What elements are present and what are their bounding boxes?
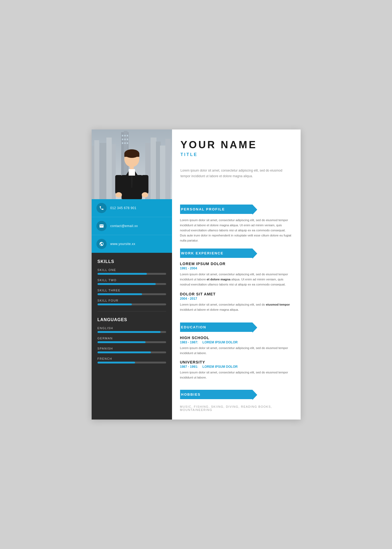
personal-profile-section: PERSONAL PROFILE Lorem ipsum dolor sit a… [180,199,293,243]
work-experience-section: WORK EXPERIENCE LOREM IPSUM DOLOR 1991 -… [180,243,293,312]
work-experience-header: WORK EXPERIENCE [180,248,252,258]
svg-rect-35 [129,169,135,176]
svg-rect-10 [165,139,171,199]
personal-profile-header: PERSONAL PROFILE [180,205,252,214]
education-label: EDUCATION [181,325,206,329]
globe-icon-wrap [96,239,107,249]
job-desc-1: Lorem ipsum dolor sit amet, consectetur … [180,272,293,287]
svg-point-33 [115,192,122,198]
hobbies-label: HOBBIES [181,392,201,396]
language-label: ENGLISH [98,327,166,330]
hobbies-text: MUSIC, FISHING, SKIING, DIVING, READING … [180,405,293,411]
svg-rect-24 [124,154,139,157]
edu-place-2: LOREM IPSUM DOLOR [203,365,238,369]
language-item: SPANISH [98,347,166,353]
contact-phone: 012 345 678 901 [92,199,172,217]
education-header: EDUCATION [180,322,252,332]
skill-bar-fill [98,293,142,295]
skills-title: SKILLS [98,259,166,264]
edu-entry-1: HIGH SCHOOL 1983 - 1987: LOREM IPSUM DOL… [180,336,293,356]
job-entry-1: LOREM IPSUM DOLOR 1991 - 2004 Lorem ipsu… [180,262,293,287]
svg-rect-17 [124,139,126,140]
phone-number: 012 345 678 901 [110,206,137,210]
name-panel: YOUR NAME TITLE Lorem ipsum dolor sit am… [172,129,301,199]
language-bar-bg [98,331,166,333]
skill-label: SKILL TWO [98,279,166,282]
svg-rect-2 [94,140,99,199]
education-section: EDUCATION HIGH SCHOOL 1983 - 1987: LOREM… [180,317,293,380]
svg-rect-3 [100,143,106,199]
hobbies-section: HOBBIES MUSIC, FISHING, SKIING, DIVING, … [180,384,293,411]
skills-list: SKILL ONE SKILL TWO SKILL THREE SKILL FO… [98,268,166,305]
svg-rect-16 [122,139,123,140]
svg-point-34 [142,192,148,198]
contact-email: contact@email.xx [92,217,172,235]
svg-rect-7 [151,138,156,199]
svg-rect-20 [124,142,126,144]
language-bar-bg [98,351,166,353]
website-url: www.yoursite.xx [110,242,136,246]
language-label: SPANISH [98,347,166,350]
language-label: GERMAN [98,337,166,340]
resume-wrapper: YOUR NAME TITLE Lorem ipsum dolor sit am… [92,129,301,420]
email-icon-wrap [96,221,107,231]
globe-icon [99,242,104,246]
edu-entry-2: UNIVERSITY 1987 - 1991: LOREM IPSUM DOLO… [180,360,293,380]
skill-item: SKILL THREE [98,289,166,295]
language-bar-fill [98,341,145,343]
languages-title: LANGUAGES [98,317,166,322]
email-icon [99,224,104,228]
edu-desc-2: Lorem ipsum dolor sit amet, consectetur … [180,370,293,380]
dark-sidebar: SKILLS SKILL ONE SKILL TWO SKILL THREE S… [92,253,172,420]
language-item: FRENCH [98,357,166,363]
language-bar-bg [98,341,166,343]
hobbies-header: HOBBIES [180,390,252,399]
job-desc-2: Lorem ipsum dolor sit amet, consectetur … [180,302,293,312]
language-bar-fill [98,351,151,353]
svg-rect-21 [127,142,128,144]
languages-list: ENGLISH GERMAN SPANISH FRENCH [98,327,166,363]
language-bar-fill [98,331,161,333]
svg-rect-19 [122,142,123,144]
language-bar-fill [98,362,135,363]
skill-label: SKILL FOUR [98,299,166,302]
phone-icon-wrap [96,203,107,213]
city-illustration [92,129,172,199]
right-content: PERSONAL PROFILE Lorem ipsum dolor sit a… [172,199,301,420]
photo-background [92,129,172,199]
job-dates-2: 2004 - 2017 [180,297,293,301]
skill-item: SKILL TWO [98,279,166,285]
skill-bar-bg [98,303,166,305]
candidate-title: TITLE [181,152,292,157]
language-label: FRENCH [98,357,166,360]
left-sidebar: 012 345 678 901 contact@email.xx www.you… [92,199,172,420]
skill-bar-bg [98,283,166,285]
work-experience-label: WORK EXPERIENCE [181,251,224,255]
skill-item: SKILL ONE [98,268,166,275]
skill-label: SKILL THREE [98,289,166,292]
svg-rect-32 [141,175,148,194]
language-item: GERMAN [98,337,166,343]
photo-panel [92,129,172,199]
email-address: contact@email.xx [110,224,138,228]
job-entry-2: DOLOR SIT AMET 2004 - 2017 Lorem ipsum d… [180,292,293,312]
edu-dates-1: 1983 - 1987: [180,340,198,344]
edu-place-1: LOREM IPSUM DOLOR [203,340,238,344]
edu-dates-line-2: 1987 - 1991: LOREM IPSUM DOLOR [180,365,293,369]
svg-rect-15 [127,135,128,136]
job-company-2: DOLOR SIT AMET [180,292,293,296]
edu-school-1: HIGH SCHOOL [180,336,293,340]
skill-bar-bg [98,273,166,275]
svg-rect-13 [122,135,123,136]
candidate-name: YOUR NAME [181,139,292,151]
edu-desc-1: Lorem ipsum dolor sit amet, consectetur … [180,346,293,356]
job-dates-1: 1991 - 2004 [180,266,293,270]
intro-text: Lorem ipsum dolor sit amet, consectetur … [181,168,292,179]
skill-bar-fill [98,273,147,275]
svg-rect-14 [124,135,126,136]
svg-rect-5 [112,144,116,199]
personal-profile-label: PERSONAL PROFILE [181,207,225,211]
personal-profile-text: Lorem ipsum dolor sit amet, consectetur … [180,218,293,243]
skill-bar-fill [98,283,156,285]
language-item: ENGLISH [98,327,166,333]
